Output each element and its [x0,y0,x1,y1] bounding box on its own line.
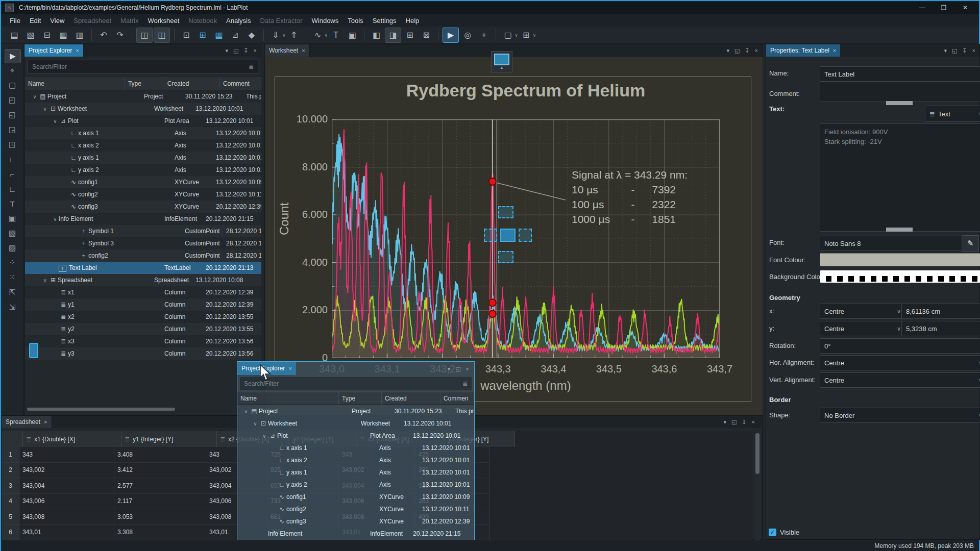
y-mode-dropdown[interactable]: Centre∨ [820,321,905,336]
color-maps-button[interactable]: ◆ [244,28,259,42]
table-cell[interactable]: 2.117 [114,494,206,510]
menu-view[interactable]: View [45,17,69,24]
axis-left-tool[interactable]: ∟ [5,182,20,195]
expander-icon[interactable]: ∨ [31,94,38,99]
add-image-tool[interactable]: ▣ [5,212,20,225]
close-tab-icon[interactable]: × [288,365,291,371]
zoom-y-tool[interactable]: ◱ [5,108,20,121]
tree-row-plot[interactable]: ∨⊿PlotPlot Area13.12.2020 10:01 [25,115,261,127]
menu-windows[interactable]: Windows [307,17,344,24]
column-header-type[interactable]: Type [125,77,164,90]
tree-row-y2[interactable]: ≣y2Column20.12.2020 13:55integer da [25,323,261,335]
table-cell[interactable]: 343,002 [19,463,114,479]
row-number[interactable]: 6 [2,525,19,540]
tree-row-symbol-3[interactable]: +Symbol 3CustomPoint28.12.2020 10:06 [25,237,261,249]
menu-tools[interactable]: Tools [343,17,368,24]
add-legend-tool[interactable]: ▨ [5,241,20,255]
tree-row-config3[interactable]: ∿config3XYCurve20.12.2020 12:39 [25,201,261,213]
pin-dock-icon[interactable]: ↧ [742,419,746,425]
tree-row-x3[interactable]: ≣x3Column20.12.2020 13:56numerical [25,335,261,347]
close-tab-icon[interactable]: × [44,419,47,425]
column-header-y1[interactable]: ≣y1 {Integer} [Y] [121,431,217,447]
x-mode-dropdown[interactable]: Centre∨ [820,304,905,319]
toggle-properties-explorer-button[interactable]: ◫ [154,28,170,43]
layout-vertical-button[interactable]: ◧ [369,28,384,42]
close-dock-icon[interactable]: × [755,47,758,54]
new-datapicker-button[interactable]: ⊿ [228,28,243,42]
chevron-down-icon[interactable]: ∨ [325,33,328,38]
close-tab-icon[interactable]: × [76,47,79,54]
layout-break-button[interactable]: ⊠ [419,28,434,42]
maximize-button[interactable]: ❐ [933,1,954,14]
pin-dock-icon[interactable]: ↧ [745,47,749,54]
table-cell[interactable]: 3.308 [114,525,206,540]
import-button[interactable]: ⇓ [268,28,283,42]
export-button[interactable]: ⇑ [286,28,302,42]
row-number[interactable]: 4 [2,494,19,510]
close-dock-icon[interactable]: × [972,47,975,54]
axis-bottom-tool[interactable]: ⌐ [5,167,20,181]
tree-row-project[interactable]: ∨▤ProjectProject30.11.2020 15:23This pro… [25,90,261,103]
expander-icon[interactable]: ∨ [41,278,48,283]
zoom-in-tool[interactable]: ◲ [5,123,20,136]
tab-worksheet[interactable]: Worksheet × [265,44,310,57]
font-edit-button[interactable]: ✎ [962,235,979,252]
text-editor[interactable]: Field ionisation: 900V Stark splitting: … [820,123,980,232]
new-worksheet-button[interactable]: ⊡ [179,28,194,42]
floating-tree-row-info-element[interactable]: Info ElementInfoElement20.12.2020 21:15 [237,528,474,540]
tree-row-x2[interactable]: ≣x2Column20.12.2020 13:55numerical [25,311,261,323]
floating-tree-row-project[interactable]: ∨▤ProjectProject30.11.2020 15:23This pro… [237,405,474,417]
row-number[interactable]: 3 [2,478,19,494]
comment-input[interactable] [820,82,980,102]
pin-dock-icon[interactable]: ↧ [243,47,248,54]
select-pointer-button[interactable]: ▶ [443,28,459,43]
save-project-button[interactable]: ⊟ [39,28,55,42]
chevron-down-icon[interactable]: ∨ [282,33,286,38]
tab-project-explorer[interactable]: Project Explorer × [24,44,83,57]
table-cell[interactable]: 343,006 [19,494,114,510]
add-text-tool[interactable]: T [5,197,20,210]
layout-grid-button[interactable]: ⊞ [402,28,418,42]
row-number[interactable]: 2 [2,463,19,479]
info-element-label[interactable]: Signal at λ = 343.29 nm:10 µs-7392100 µs… [572,167,688,227]
zoom-x-tool[interactable]: ◰ [5,93,20,107]
menu-notebook[interactable]: Notebook [184,17,222,24]
expander-icon[interactable]: ∨ [52,118,59,124]
add-curve-tool[interactable]: ▧ [5,227,20,240]
column-header-created[interactable]: Created [164,77,220,90]
table-cell[interactable]: 343,004 [19,478,114,494]
new-plot-button[interactable]: ∿ [310,28,326,42]
select-region-button[interactable]: ▢ [500,28,516,42]
spreadsheet-vscrollbar[interactable] [754,431,761,540]
minimize-button[interactable]: — [912,1,933,14]
tree-row-symbol-1[interactable]: +Symbol 1CustomPoint28.12.2020 10:06 [25,225,261,237]
pin-dock-icon[interactable]: × [466,366,469,372]
y-value-spinbox[interactable]: 5,3238 cm▴▾ [901,321,980,336]
floating-tree-row-y-axis-2[interactable]: ∟y axis 2Axis13.12.2020 10:01 [237,479,474,491]
column-header-name[interactable]: Name [25,77,125,90]
tab-spreadsheet[interactable]: Spreadsheet × [2,416,52,428]
resize-nub[interactable] [886,101,913,105]
add-axis-tool[interactable]: ∟ [5,153,20,166]
expander-icon[interactable]: ∨ [41,106,48,112]
scale-auto-tool[interactable]: ⇱ [5,286,20,299]
menu-data-extractor[interactable]: Data Extractor [255,17,307,24]
menu-edit[interactable]: Edit [25,17,45,24]
shape-dropdown[interactable]: No Border∨ [820,408,980,423]
floating-tree-row-config1[interactable]: ∿config1XYCurve13.12.2020 10:09 [237,491,474,503]
undo-button[interactable]: ↶ [96,28,111,42]
tree-row-y-axis-2[interactable]: ∟y axis 2Axis13.12.2020 10:01 [25,164,261,176]
menu-help[interactable]: Help [401,17,424,24]
tree-row-x1[interactable]: ≣x1Column20.12.2020 12:39numerical [25,286,261,298]
new-spreadsheet-button[interactable]: ⊞ [195,28,210,42]
tree-row-config1[interactable]: ∿config1XYCurve13.12.2020 10:09 [25,176,261,188]
filter-options-icon[interactable]: ≣ [249,63,254,70]
dock-menu-icon[interactable]: ▾ [225,47,228,54]
rotation-spinbox[interactable]: 0°▴▾ [820,338,980,354]
floating-tree-row-y-axis-1[interactable]: ∟y axis 1Axis13.12.2020 10:01 [237,466,474,479]
zoom-out-tool[interactable]: ◳ [5,138,20,151]
menu-worksheet[interactable]: Worksheet [143,17,184,24]
table-cell[interactable]: 343,01 [19,525,114,540]
float-dock-icon[interactable]: ◱ [734,47,740,54]
redo-button[interactable]: ↷ [112,28,128,42]
